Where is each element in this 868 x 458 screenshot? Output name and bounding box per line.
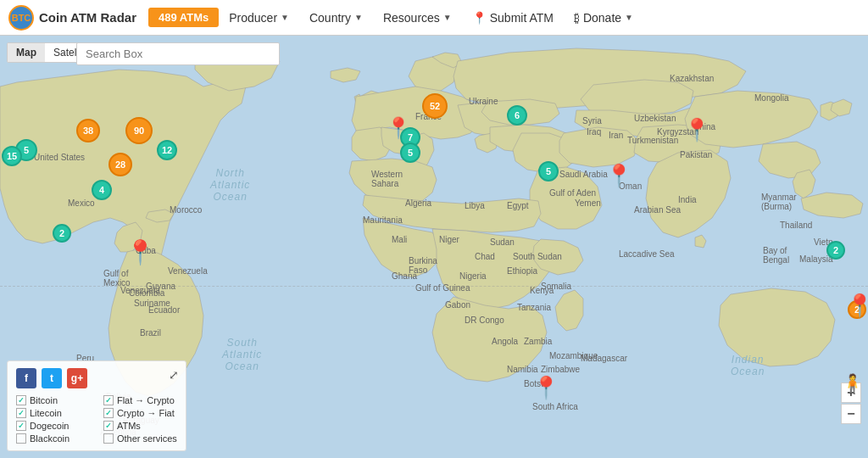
nav-resources[interactable]: Resources ▼ <box>373 0 462 36</box>
logo-text: BTC <box>12 13 31 23</box>
flat-crypto-checkbox[interactable] <box>103 395 114 405</box>
pin-marker[interactable]: 📍 <box>125 241 155 265</box>
other-checkbox[interactable] <box>103 433 114 444</box>
blackcoin-label: Blackcoin <box>30 433 70 444</box>
legend-blackcoin: Blackcoin <box>16 433 90 444</box>
flat-crypto-label: Flat → Crypto <box>117 395 175 405</box>
pin-marker[interactable]: 📍 <box>683 119 710 141</box>
bitcoin-checkbox[interactable] <box>16 395 26 405</box>
cluster-marker[interactable]: 2 <box>826 241 845 260</box>
atms-checkbox[interactable] <box>103 421 114 431</box>
pin-marker[interactable]: 📍 <box>846 294 868 316</box>
other-label: Other services <box>117 433 177 444</box>
legend-grid: Bitcoin Flat → Crypto Litecoin Crypto → … <box>16 395 177 444</box>
legend-dogecoin: Dogecoin <box>16 421 90 431</box>
legend-litecoin: Litecoin <box>16 408 90 418</box>
cluster-marker[interactable]: 5 <box>400 142 420 163</box>
pegman-icon[interactable]: 🧍 <box>841 373 861 400</box>
blackcoin-checkbox[interactable] <box>16 433 26 444</box>
search-input[interactable] <box>76 42 280 65</box>
crypto-fiat-checkbox[interactable] <box>103 408 114 418</box>
nav-country[interactable]: Country ▼ <box>299 0 373 36</box>
search-box-container <box>76 42 280 65</box>
logo-area: BTC Coin ATM Radar <box>0 5 145 31</box>
pin-marker[interactable]: 📍 <box>386 118 411 138</box>
cluster-marker[interactable]: 12 <box>157 140 177 160</box>
chevron-down-icon: ▼ <box>625 13 633 22</box>
google-plus-button[interactable]: g+ <box>67 368 87 388</box>
bitcoin-label: Bitcoin <box>30 395 58 405</box>
dogecoin-label: Dogecoin <box>30 421 69 431</box>
cluster-marker[interactable]: 5 <box>538 161 559 182</box>
cluster-marker[interactable]: 28 <box>108 153 132 176</box>
cluster-marker[interactable]: 2 <box>53 224 71 243</box>
chevron-down-icon: ▼ <box>443 13 452 22</box>
litecoin-label: Litecoin <box>30 408 62 418</box>
legend-social: f t g+ <box>16 368 177 388</box>
cluster-marker[interactable]: 38 <box>76 119 100 142</box>
map-container[interactable]: NorthAtlanticOcean SouthAtlanticOcean In… <box>0 36 868 458</box>
nav-donate[interactable]: ₿ Donate ▼ <box>564 0 643 36</box>
cluster-marker[interactable]: 52 <box>422 93 448 119</box>
pin-marker[interactable]: 📍 <box>605 165 632 187</box>
cluster-marker[interactable]: 90 <box>125 117 153 144</box>
chevron-down-icon: ▼ <box>354 13 363 22</box>
atms-label: ATMs <box>117 421 141 431</box>
twitter-button[interactable]: t <box>42 368 62 388</box>
atm-count-badge[interactable]: 489 ATMs <box>148 8 219 27</box>
pin-marker[interactable]: 📍 <box>532 377 559 399</box>
nav-producer[interactable]: Producer ▼ <box>219 0 299 36</box>
legend-bitcoin: Bitcoin <box>16 395 90 405</box>
expand-icon[interactable]: ⤢ <box>169 368 179 382</box>
cluster-marker[interactable]: 4 <box>92 180 112 200</box>
map-type-map[interactable]: Map <box>8 43 45 62</box>
logo-icon: BTC <box>8 5 34 31</box>
nav-submit-atm[interactable]: 📍 Submit ATM <box>462 0 564 36</box>
navbar: BTC Coin ATM Radar 489 ATMs Producer ▼ C… <box>0 0 868 36</box>
dogecoin-checkbox[interactable] <box>16 421 26 431</box>
legend-atms: ATMs <box>103 421 177 431</box>
crypto-fiat-label: Crypto → Fiat <box>117 408 175 418</box>
litecoin-checkbox[interactable] <box>16 408 26 418</box>
equator-line <box>0 286 868 287</box>
pin-icon: 📍 <box>472 11 487 25</box>
cluster-marker[interactable]: 6 <box>507 105 527 126</box>
legend-crypto-fiat: Crypto → Fiat <box>103 408 177 418</box>
zoom-out-button[interactable]: − <box>841 404 861 424</box>
legend: f t g+ ⤢ Bitcoin Flat → Crypto Litecoin … <box>7 360 186 451</box>
legend-other: Other services <box>103 433 177 444</box>
legend-flat-crypto: Flat → Crypto <box>103 395 177 405</box>
chevron-down-icon: ▼ <box>281 13 289 22</box>
cluster-marker[interactable]: 15 <box>2 146 22 166</box>
bitcoin-icon: ₿ <box>574 11 580 25</box>
site-name: Coin ATM Radar <box>39 10 136 25</box>
facebook-button[interactable]: f <box>16 368 36 388</box>
